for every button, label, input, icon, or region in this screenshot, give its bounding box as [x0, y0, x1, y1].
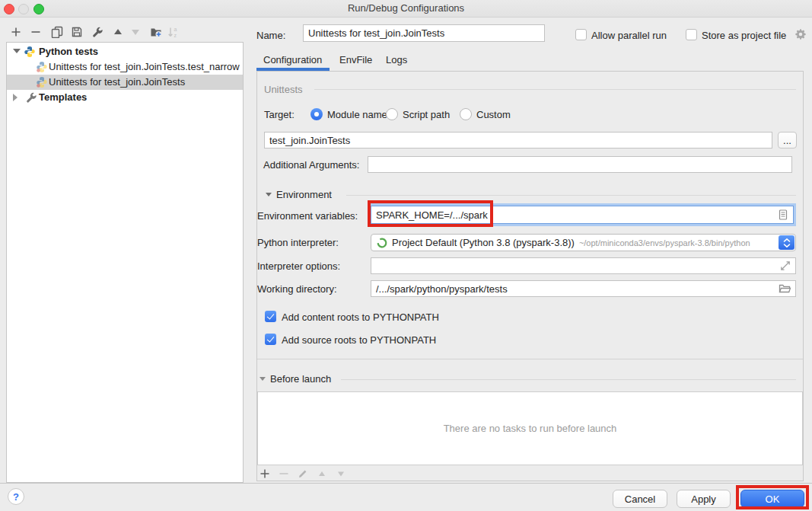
- target-label: Target:: [264, 109, 295, 120]
- run-debug-configurations-dialog: Run/Debug Configurations az Python tests…: [0, 0, 812, 511]
- python-interpreter-value: Project Default (Python 3.8 (pyspark-3.8…: [392, 237, 575, 248]
- save-configuration-icon[interactable]: [71, 26, 83, 38]
- name-label: Name:: [256, 30, 285, 41]
- gear-icon[interactable]: [794, 28, 807, 40]
- expand-field-icon[interactable]: [779, 260, 791, 272]
- target-module-name-label: Module name: [327, 109, 387, 120]
- group-divider: [314, 89, 796, 90]
- interpreter-options-input[interactable]: [371, 257, 796, 274]
- conda-environment-icon: [376, 237, 388, 249]
- add-source-roots-checkbox[interactable]: [265, 334, 276, 345]
- before-launch-empty-text: There are no tasks to run before launch: [444, 423, 617, 434]
- move-task-down-icon: [336, 468, 346, 479]
- section-divider: [257, 359, 803, 359]
- ok-button[interactable]: OK: [740, 490, 804, 508]
- target-custom-radio[interactable]: [460, 108, 472, 120]
- python-test-icon: [36, 76, 48, 88]
- tree-item-label: Unittests for test_join.JoinTests: [49, 75, 185, 90]
- target-script-path-radio[interactable]: [386, 108, 398, 120]
- python-interpreter-select[interactable]: Project Default (Python 3.8 (pyspark-3.8…: [371, 234, 796, 251]
- target-script-path-label: Script path: [403, 109, 450, 120]
- sort-alphabetically-icon: az: [167, 26, 180, 38]
- tree-item-label: Templates: [39, 90, 87, 105]
- remove-task-icon: [279, 468, 289, 479]
- group-divider: [346, 195, 796, 196]
- environment-collapse-icon[interactable]: [266, 193, 272, 196]
- configurations-tree: Python tests Unittests for test_join.Joi…: [6, 42, 244, 483]
- move-up-icon[interactable]: [112, 26, 124, 38]
- before-launch-group-label: Before launch: [270, 373, 331, 385]
- tree-item-python-tests[interactable]: Python tests: [7, 44, 243, 59]
- environment-variables-label: Environment variables:: [257, 210, 358, 222]
- footer-divider: [0, 483, 812, 484]
- tab-logs[interactable]: Logs: [386, 54, 407, 65]
- store-as-project-file-checkbox[interactable]: [686, 29, 697, 40]
- allow-parallel-run-checkbox[interactable]: [575, 29, 587, 40]
- allow-parallel-run-label: Allow parallel run: [591, 30, 667, 41]
- group-divider: [341, 379, 796, 380]
- svg-text:a: a: [174, 27, 177, 32]
- additional-arguments-input[interactable]: [368, 156, 792, 173]
- cancel-button[interactable]: Cancel: [613, 490, 667, 508]
- environment-group-label: Environment: [276, 189, 332, 200]
- move-task-up-icon: [317, 468, 327, 479]
- working-directory-label: Working directory:: [257, 283, 337, 295]
- collapse-arrow-icon[interactable]: [13, 49, 21, 53]
- tree-item-jointests-selected[interactable]: Unittests for test_join.JoinTests: [7, 75, 243, 90]
- chevron-up-down-icon: [779, 235, 794, 250]
- new-folder-icon[interactable]: [150, 26, 162, 38]
- module-name-input[interactable]: [264, 132, 772, 149]
- environment-variables-browse-icon[interactable]: [777, 209, 789, 221]
- name-input[interactable]: [303, 24, 545, 42]
- tree-item-templates[interactable]: Templates: [7, 90, 243, 105]
- unittests-group-label: Unittests: [264, 84, 303, 95]
- svg-text:z: z: [174, 33, 177, 38]
- tab-envfile[interactable]: EnvFile: [339, 54, 372, 65]
- tree-item-label: Unittests for test_join.JoinTests.test_n…: [49, 59, 240, 75]
- tab-configuration[interactable]: Configuration: [263, 54, 322, 65]
- add-task-icon[interactable]: [260, 468, 270, 479]
- environment-variables-input[interactable]: [371, 206, 794, 224]
- tree-item-label: Python tests: [39, 44, 98, 59]
- add-source-roots-label: Add source roots to PYTHONPATH: [282, 334, 436, 346]
- edit-task-icon: [298, 468, 308, 479]
- window-title: Run/Debug Configurations: [0, 2, 812, 14]
- python-interpreter-label: Python interpreter:: [257, 237, 339, 248]
- additional-arguments-label: Additional Arguments:: [263, 159, 359, 171]
- title-bar: Run/Debug Configurations: [0, 0, 812, 18]
- interpreter-options-label: Interpreter options:: [257, 260, 340, 272]
- working-directory-input[interactable]: [371, 280, 796, 297]
- python-interpreter-path: ~/opt/miniconda3/envs/pyspark-3.8/bin/py…: [579, 238, 750, 248]
- before-launch-collapse-icon[interactable]: [260, 377, 266, 381]
- target-module-name-radio[interactable]: [310, 108, 323, 120]
- target-custom-label: Custom: [476, 109, 511, 120]
- edit-templates-icon[interactable]: [91, 26, 103, 38]
- apply-button[interactable]: Apply: [677, 490, 731, 508]
- python-icon: [24, 46, 36, 58]
- add-content-roots-checkbox[interactable]: [265, 311, 276, 322]
- browse-folder-icon[interactable]: [779, 283, 791, 295]
- move-down-icon: [129, 26, 142, 38]
- add-content-roots-label: Add content roots to PYTHONPATH: [282, 311, 439, 323]
- python-test-icon: [36, 61, 48, 73]
- before-launch-task-list: There are no tasks to run before launch: [257, 391, 803, 465]
- add-configuration-icon[interactable]: [10, 26, 22, 38]
- expand-arrow-icon[interactable]: [13, 94, 18, 101]
- store-as-project-file-label: Store as project file: [702, 30, 786, 41]
- remove-configuration-icon[interactable]: [30, 26, 42, 38]
- help-button[interactable]: ?: [8, 488, 24, 505]
- wrench-icon: [25, 91, 37, 104]
- browse-module-button[interactable]: ...: [778, 132, 797, 149]
- copy-configuration-icon[interactable]: [51, 26, 63, 38]
- tree-item-test-narrow[interactable]: Unittests for test_join.JoinTests.test_n…: [7, 59, 243, 75]
